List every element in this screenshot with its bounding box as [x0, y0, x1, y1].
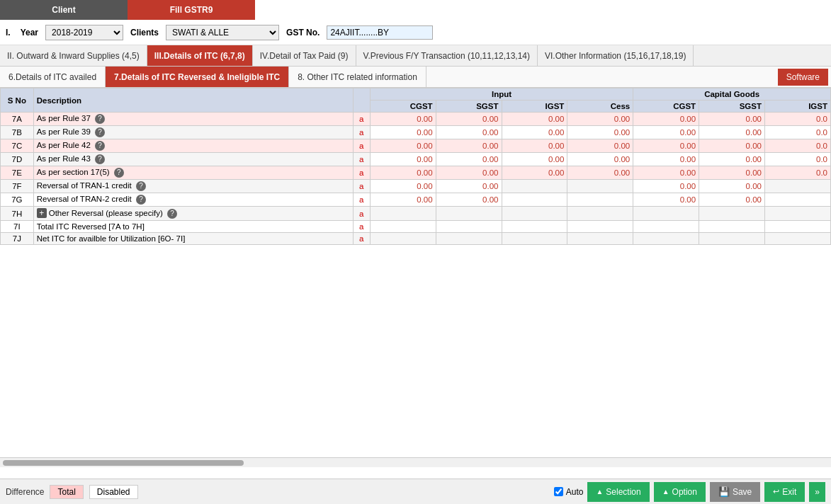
cell-a[interactable]: a: [353, 153, 370, 166]
cell-cap_igst: [765, 180, 831, 193]
cell-igst: [502, 180, 567, 193]
cell-cap_cgst[interactable]: 0.00: [633, 139, 699, 153]
collapse-button[interactable]: »: [809, 482, 825, 502]
cell-cgst[interactable]: 0.00: [370, 139, 436, 153]
sub-tab-7[interactable]: 7.Details of ITC Reversed & Ineligible I…: [106, 67, 289, 87]
cell-cap_igst[interactable]: 0.0: [765, 113, 831, 126]
nav-tab-outward[interactable]: II. Outward & Inward Supplies (4,5): [0, 45, 147, 66]
nav-tab-tax-paid[interactable]: IV.Detail of Tax Paid (9): [253, 45, 356, 66]
table-header-row1: S No Description Input Capital Goods: [1, 88, 831, 101]
gst-input[interactable]: 24AJIIT........BY: [327, 25, 433, 40]
cell-cap_cgst: [633, 221, 699, 233]
cell-sgst[interactable]: 0.00: [436, 153, 502, 166]
col-header-desc: Description: [33, 88, 353, 113]
auto-checkbox-container[interactable]: Auto: [554, 487, 584, 497]
cell-igst: [502, 207, 567, 221]
help-icon[interactable]: ?: [167, 209, 177, 219]
cell-sgst[interactable]: 0.00: [436, 193, 502, 207]
fill-gstr9-label: Fill GSTR9: [170, 5, 213, 15]
cell-a[interactable]: a: [353, 126, 370, 139]
cell-cess[interactable]: 0.00: [567, 166, 633, 180]
help-icon[interactable]: ?: [95, 141, 105, 151]
cell-igst[interactable]: 0.00: [502, 113, 567, 126]
cell-a[interactable]: a: [353, 233, 370, 245]
fill-gstr9-tab[interactable]: Fill GSTR9: [128, 0, 255, 20]
cell-cap_sgst[interactable]: 0.00: [699, 113, 765, 126]
cell-desc: As per Rule 43 ?: [33, 153, 353, 166]
cell-cap_sgst[interactable]: 0.00: [699, 139, 765, 153]
cell-cess[interactable]: 0.00: [567, 126, 633, 139]
help-icon[interactable]: ?: [136, 195, 146, 205]
cell-sgst[interactable]: 0.00: [436, 126, 502, 139]
cell-sgst[interactable]: 0.00: [436, 166, 502, 180]
cell-igst[interactable]: 0.00: [502, 153, 567, 166]
cell-desc: +Other Reversal (please specify) ?: [33, 207, 353, 221]
cell-sgst[interactable]: 0.00: [436, 139, 502, 153]
table-row: 7EAs per section 17(5) ?a0.000.000.000.0…: [1, 166, 831, 180]
sub-tab-6[interactable]: 6.Details of ITC availed: [0, 67, 106, 87]
cell-cap_sgst[interactable]: 0.00: [699, 166, 765, 180]
table-row: 7AAs per Rule 37 ?a0.000.000.000.000.000…: [1, 113, 831, 126]
cell-cap_igst[interactable]: 0.0: [765, 126, 831, 139]
nav-tab-other-info[interactable]: VI.Other Information (15,16,17,18,19): [538, 45, 694, 66]
cell-cap_sgst[interactable]: 0.00: [699, 180, 765, 193]
cell-a[interactable]: a: [353, 113, 370, 126]
cell-cgst[interactable]: 0.00: [370, 180, 436, 193]
cell-desc: Reversal of TRAN-2 credit ?: [33, 193, 353, 207]
selection-button[interactable]: ▲ Selection: [587, 482, 649, 502]
client-tab[interactable]: Client: [0, 0, 128, 20]
software-button[interactable]: Software: [778, 69, 828, 86]
cell-cap_igst: [765, 221, 831, 233]
help-icon[interactable]: ?: [136, 181, 146, 191]
cell-sgst[interactable]: 0.00: [436, 180, 502, 193]
help-icon[interactable]: ?: [95, 127, 105, 137]
cell-a[interactable]: a: [353, 166, 370, 180]
cell-cap_cgst[interactable]: 0.00: [633, 166, 699, 180]
cell-cgst[interactable]: 0.00: [370, 113, 436, 126]
hscroll-bar[interactable]: [3, 460, 244, 466]
help-icon[interactable]: ?: [114, 168, 124, 178]
cell-a[interactable]: a: [353, 180, 370, 193]
exit-button[interactable]: ↩ Exit: [764, 482, 805, 502]
cell-cess[interactable]: 0.00: [567, 113, 633, 126]
cell-cap_igst[interactable]: 0.0: [765, 166, 831, 180]
cell-a[interactable]: a: [353, 207, 370, 221]
year-select[interactable]: 2018-2019: [45, 25, 123, 40]
cell-igst[interactable]: 0.00: [502, 139, 567, 153]
nav-tab-itc[interactable]: III.Details of ITC (6,7,8): [147, 45, 253, 66]
cell-cap_cgst[interactable]: 0.00: [633, 153, 699, 166]
cell-cap_sgst[interactable]: 0.00: [699, 193, 765, 207]
help-icon[interactable]: ?: [95, 154, 105, 164]
nav-tab-prev-fy[interactable]: V.Previous F/Y Transaction (10,11,12,13,…: [356, 45, 538, 66]
cell-cap_sgst[interactable]: 0.00: [699, 153, 765, 166]
total-button[interactable]: Total: [50, 485, 83, 499]
cell-cap_cgst[interactable]: 0.00: [633, 180, 699, 193]
cell-cap_cgst[interactable]: 0.00: [633, 193, 699, 207]
cell-cgst[interactable]: 0.00: [370, 193, 436, 207]
help-icon[interactable]: ?: [95, 114, 105, 124]
cell-cgst[interactable]: 0.00: [370, 166, 436, 180]
sub-tab-8[interactable]: 8. Other ITC related information: [289, 67, 426, 87]
cell-cgst[interactable]: 0.00: [370, 153, 436, 166]
add-icon[interactable]: +: [37, 208, 47, 218]
cell-sno: 7J: [1, 233, 34, 245]
cell-desc: As per section 17(5) ?: [33, 166, 353, 180]
cell-igst[interactable]: 0.00: [502, 126, 567, 139]
save-button[interactable]: 💾 Save: [710, 482, 760, 502]
cell-sgst[interactable]: 0.00: [436, 113, 502, 126]
cell-igst[interactable]: 0.00: [502, 166, 567, 180]
option-button[interactable]: ▲ Option: [654, 482, 706, 502]
client-select[interactable]: SWATI & ALLE: [166, 25, 279, 40]
cell-cap_igst[interactable]: 0.0: [765, 139, 831, 153]
cell-cap_sgst[interactable]: 0.00: [699, 126, 765, 139]
cell-a[interactable]: a: [353, 193, 370, 207]
cell-cap_cgst[interactable]: 0.00: [633, 126, 699, 139]
cell-a[interactable]: a: [353, 139, 370, 153]
cell-a[interactable]: a: [353, 221, 370, 233]
cell-cgst[interactable]: 0.00: [370, 126, 436, 139]
auto-checkbox[interactable]: [554, 487, 563, 496]
cell-cess[interactable]: 0.00: [567, 153, 633, 166]
cell-cess[interactable]: 0.00: [567, 139, 633, 153]
cell-cap_cgst[interactable]: 0.00: [633, 113, 699, 126]
cell-cap_igst[interactable]: 0.0: [765, 153, 831, 166]
